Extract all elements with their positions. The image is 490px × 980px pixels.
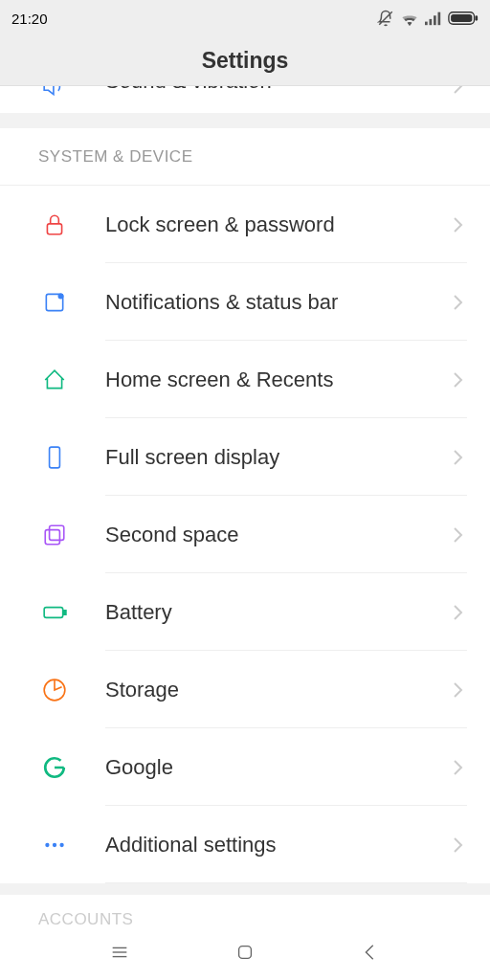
chevron-right-icon xyxy=(452,215,463,234)
row-home-screen[interactable]: Home screen & Recents xyxy=(0,341,490,418)
row-label: Battery xyxy=(105,600,452,625)
svg-rect-7 xyxy=(47,223,61,234)
home-icon xyxy=(42,368,67,392)
page-title: Settings xyxy=(202,48,289,74)
display-icon xyxy=(42,445,67,470)
row-battery[interactable]: Battery xyxy=(0,573,490,651)
svg-rect-11 xyxy=(45,529,59,544)
chevron-right-icon xyxy=(452,603,463,622)
svg-rect-14 xyxy=(64,610,66,613)
svg-rect-12 xyxy=(50,525,64,540)
svg-rect-10 xyxy=(50,447,60,468)
status-icons xyxy=(377,10,479,27)
notification-off-icon xyxy=(377,10,394,27)
lock-icon xyxy=(42,212,67,237)
svg-rect-1 xyxy=(430,19,433,25)
svg-rect-13 xyxy=(44,607,62,617)
sound-icon xyxy=(42,86,67,100)
row-lock-screen[interactable]: Lock screen & password xyxy=(0,186,490,263)
row-label: Lock screen & password xyxy=(105,212,452,237)
section-header-system: SYSTEM & DEVICE xyxy=(0,128,490,186)
svg-point-16 xyxy=(45,842,49,846)
svg-rect-0 xyxy=(425,22,428,26)
battery-row-icon xyxy=(42,600,67,625)
google-icon xyxy=(42,755,67,780)
row-label: Second space xyxy=(105,523,452,547)
menu-icon[interactable] xyxy=(109,942,130,963)
section-divider xyxy=(0,113,490,128)
row-label: Home screen & Recents xyxy=(105,368,452,392)
notification-icon xyxy=(42,290,67,315)
row-label: Storage xyxy=(105,678,452,702)
storage-icon xyxy=(42,678,67,702)
chevron-right-icon xyxy=(452,370,463,390)
svg-rect-22 xyxy=(239,947,252,959)
svg-point-9 xyxy=(58,294,62,298)
chevron-right-icon xyxy=(452,525,463,545)
signal-icon xyxy=(425,11,442,26)
svg-point-18 xyxy=(59,842,63,846)
row-label: Additional settings xyxy=(105,833,452,858)
navigation-bar xyxy=(0,924,490,980)
row-second-space[interactable]: Second space xyxy=(0,496,490,573)
row-google[interactable]: Google xyxy=(0,728,490,806)
svg-point-17 xyxy=(53,842,56,846)
home-nav-icon[interactable] xyxy=(234,942,256,963)
status-time: 21:20 xyxy=(11,11,48,27)
svg-rect-5 xyxy=(451,14,472,22)
row-storage[interactable]: Storage xyxy=(0,651,490,728)
chevron-right-icon xyxy=(452,293,463,312)
status-bar: 21:20 xyxy=(0,0,490,36)
svg-rect-2 xyxy=(434,15,436,25)
row-label: Full screen display xyxy=(105,445,452,470)
chevron-right-icon xyxy=(452,758,463,777)
chevron-right-icon xyxy=(452,680,463,700)
second-space-icon xyxy=(42,523,67,547)
back-icon[interactable] xyxy=(360,942,381,963)
wifi-icon xyxy=(400,11,419,26)
chevron-right-icon xyxy=(452,835,463,855)
svg-rect-3 xyxy=(438,12,441,26)
partial-row-sound[interactable]: Sound & vibration xyxy=(0,86,490,113)
row-label: Notifications & status bar xyxy=(105,290,452,315)
section-title: SYSTEM & DEVICE xyxy=(38,147,192,167)
battery-icon xyxy=(448,11,479,26)
partial-label: Sound & vibration xyxy=(105,86,272,94)
svg-rect-6 xyxy=(475,15,478,20)
more-icon xyxy=(42,833,67,858)
chevron-right-icon xyxy=(452,86,463,96)
row-label: Google xyxy=(105,755,452,780)
row-full-screen[interactable]: Full screen display xyxy=(0,418,490,496)
page-header: Settings xyxy=(0,36,490,86)
row-additional[interactable]: Additional settings xyxy=(0,806,490,883)
section-divider xyxy=(0,883,490,895)
chevron-right-icon xyxy=(452,448,463,467)
row-notifications[interactable]: Notifications & status bar xyxy=(0,263,490,341)
